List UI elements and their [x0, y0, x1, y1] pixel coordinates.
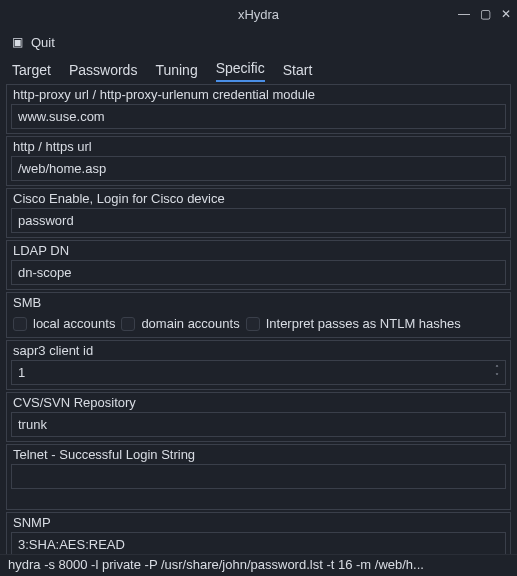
group-snmp: SNMP	[6, 512, 511, 554]
title-bar: xHydra — ▢ ✕	[0, 0, 517, 28]
input-snmp[interactable]	[11, 532, 506, 554]
label-local-accounts: local accounts	[33, 316, 115, 331]
label-snmp: SNMP	[11, 515, 506, 530]
group-smb: SMB local accounts domain accounts Inter…	[6, 292, 511, 338]
tab-passwords[interactable]: Passwords	[69, 62, 137, 82]
group-cisco: Cisco Enable, Login for Cisco device	[6, 188, 511, 238]
tab-target[interactable]: Target	[12, 62, 51, 82]
input-sapr3[interactable]	[11, 360, 506, 385]
label-ntlm: Interpret passes as NTLM hashes	[266, 316, 461, 331]
tab-start[interactable]: Start	[283, 62, 313, 82]
window-controls: — ▢ ✕	[458, 0, 511, 28]
input-cvssvn[interactable]	[11, 412, 506, 437]
label-smb: SMB	[11, 295, 506, 310]
input-cisco[interactable]	[11, 208, 506, 233]
group-telnet: Telnet - Successful Login String	[6, 444, 511, 510]
checkbox-local-accounts[interactable]	[13, 317, 27, 331]
window-title: xHydra	[238, 7, 279, 22]
input-telnet[interactable]	[11, 464, 506, 489]
spin-buttons: ˄ ˅	[490, 361, 504, 384]
label-sapr3: sapr3 client id	[11, 343, 506, 358]
input-http-proxy[interactable]	[11, 104, 506, 129]
tab-tuning[interactable]: Tuning	[155, 62, 197, 82]
label-http-proxy: http-proxy url / http-proxy-urlenum cred…	[11, 87, 506, 102]
input-ldap[interactable]	[11, 260, 506, 285]
maximize-icon[interactable]: ▢	[480, 8, 491, 20]
label-telnet: Telnet - Successful Login String	[11, 447, 506, 462]
spin-down-icon[interactable]: ˅	[490, 373, 504, 381]
label-cisco: Cisco Enable, Login for Cisco device	[11, 191, 506, 206]
group-sapr3: sapr3 client id ˄ ˅	[6, 340, 511, 390]
group-ldap: LDAP DN	[6, 240, 511, 290]
tab-bar: Target Passwords Tuning Specific Start	[0, 56, 517, 82]
close-icon[interactable]: ✕	[501, 8, 511, 20]
minimize-icon[interactable]: —	[458, 8, 470, 20]
menu-bar: ▣ Quit	[0, 28, 517, 56]
menu-quit[interactable]: Quit	[31, 35, 55, 50]
label-http-url: http / https url	[11, 139, 506, 154]
group-cvssvn: CVS/SVN Repository	[6, 392, 511, 442]
checkbox-ntlm[interactable]	[246, 317, 260, 331]
input-http-url[interactable]	[11, 156, 506, 181]
checkbox-domain-accounts[interactable]	[121, 317, 135, 331]
tab-specific[interactable]: Specific	[216, 60, 265, 82]
label-cvssvn: CVS/SVN Repository	[11, 395, 506, 410]
label-ldap: LDAP DN	[11, 243, 506, 258]
form-area: http-proxy url / http-proxy-urlenum cred…	[0, 82, 517, 554]
quit-icon: ▣	[12, 35, 23, 49]
group-http-proxy: http-proxy url / http-proxy-urlenum cred…	[6, 84, 511, 134]
status-bar: hydra -s 8000 -l private -P /usr/share/j…	[0, 554, 517, 576]
label-domain-accounts: domain accounts	[141, 316, 239, 331]
group-http-url: http / https url	[6, 136, 511, 186]
